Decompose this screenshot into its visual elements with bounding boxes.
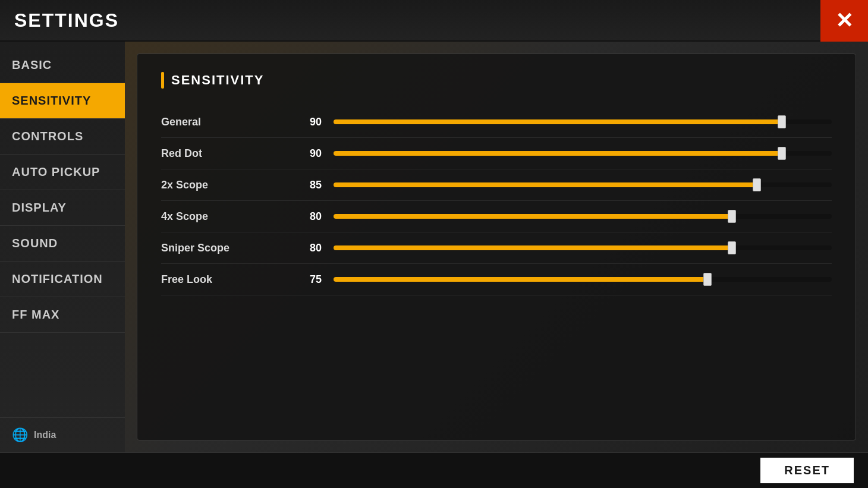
- slider-fill-5: [334, 277, 707, 282]
- bottom-bar: RESET: [0, 452, 868, 488]
- slider-label-3: 4x Scope: [161, 210, 292, 223]
- close-button[interactable]: ✕: [820, 0, 868, 42]
- panel-title-accent-bar: [161, 72, 164, 89]
- slider-row: Sniper Scope 80: [161, 232, 832, 264]
- slider-thumb-4[interactable]: [728, 241, 736, 254]
- slider-label-0: General: [161, 116, 292, 128]
- settings-panel: SENSITIVITY General 90 Red Dot 90: [137, 53, 856, 440]
- sidebar-item-basic[interactable]: BASIC: [0, 48, 125, 83]
- globe-icon: 🌐: [12, 427, 28, 443]
- slider-fill-4: [334, 245, 732, 250]
- slider-container-5[interactable]: [334, 272, 832, 286]
- content-area: SENSITIVITY General 90 Red Dot 90: [125, 42, 868, 452]
- slider-value-5: 75: [292, 273, 322, 286]
- sidebar-item-controls[interactable]: CONTROLS: [0, 119, 125, 155]
- slider-row: 4x Scope 80: [161, 201, 832, 232]
- panel-title-row: SENSITIVITY: [161, 72, 832, 89]
- slider-thumb-2[interactable]: [753, 178, 761, 191]
- slider-thumb-5[interactable]: [703, 273, 712, 286]
- slider-container-1[interactable]: [334, 146, 832, 160]
- top-bar: SETTINGS ✕: [0, 0, 868, 42]
- panel-title: SENSITIVITY: [171, 73, 264, 88]
- slider-container-3[interactable]: [334, 209, 832, 223]
- region-label: India: [34, 430, 56, 440]
- main-layout: BASIC SENSITIVITY CONTROLS AUTO PICKUP D…: [0, 42, 868, 452]
- slider-row: Red Dot 90: [161, 138, 832, 169]
- sidebar-item-display[interactable]: DISPLAY: [0, 190, 125, 226]
- slider-value-2: 85: [292, 179, 322, 191]
- slider-row: Free Look 75: [161, 264, 832, 295]
- reset-button[interactable]: RESET: [760, 458, 854, 483]
- slider-row: General 90: [161, 106, 832, 138]
- sidebar-item-notification[interactable]: NOTIFICATION: [0, 262, 125, 297]
- slider-track-2: [334, 182, 832, 187]
- slider-container-4[interactable]: [334, 241, 832, 255]
- sidebar-item-auto-pickup[interactable]: AUTO PICKUP: [0, 155, 125, 190]
- slider-value-1: 90: [292, 147, 322, 160]
- slider-thumb-0[interactable]: [778, 115, 786, 128]
- slider-track-5: [334, 277, 832, 282]
- slider-container-0[interactable]: [334, 115, 832, 129]
- slider-track-4: [334, 245, 832, 250]
- slider-container-2[interactable]: [334, 178, 832, 192]
- sidebar-footer: 🌐 India: [0, 417, 125, 452]
- sidebar-item-sound[interactable]: SOUND: [0, 226, 125, 262]
- slider-label-4: Sniper Scope: [161, 242, 292, 254]
- slider-track-3: [334, 214, 832, 219]
- slider-label-5: Free Look: [161, 273, 292, 286]
- slider-fill-2: [334, 182, 757, 187]
- slider-row: 2x Scope 85: [161, 169, 832, 201]
- page-title: SETTINGS: [14, 10, 119, 32]
- sidebar-item-ff-max[interactable]: FF MAX: [0, 297, 125, 333]
- slider-value-0: 90: [292, 116, 322, 128]
- slider-label-1: Red Dot: [161, 147, 292, 160]
- slider-thumb-1[interactable]: [778, 147, 786, 160]
- slider-value-4: 80: [292, 242, 322, 254]
- sidebar-item-sensitivity[interactable]: SENSITIVITY: [0, 83, 125, 119]
- slider-track-1: [334, 151, 832, 156]
- sliders-container: General 90 Red Dot 90 2x Scope 85: [161, 106, 832, 295]
- sidebar: BASIC SENSITIVITY CONTROLS AUTO PICKUP D…: [0, 42, 125, 452]
- slider-value-3: 80: [292, 210, 322, 223]
- slider-label-2: 2x Scope: [161, 179, 292, 191]
- slider-fill-3: [334, 214, 732, 219]
- slider-thumb-3[interactable]: [728, 210, 736, 223]
- close-icon: ✕: [835, 10, 853, 32]
- slider-fill-0: [334, 119, 782, 124]
- slider-track-0: [334, 119, 832, 124]
- slider-fill-1: [334, 151, 782, 156]
